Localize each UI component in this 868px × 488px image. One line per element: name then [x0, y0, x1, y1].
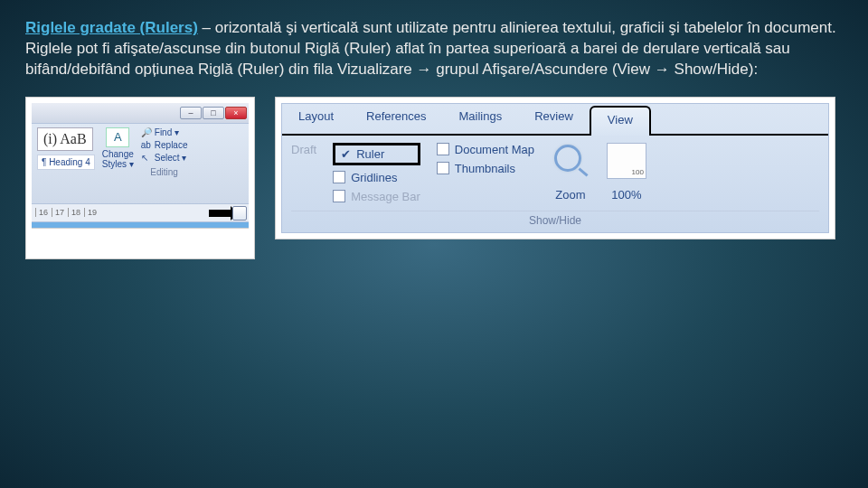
change-styles-button[interactable]: A Change Styles ▾ [102, 127, 134, 169]
document-area [32, 228, 249, 253]
hundred-percent-button[interactable]: 100 100% [607, 143, 646, 202]
select-button[interactable]: ↖Select ▾ [141, 153, 188, 164]
find-button[interactable]: 🔎Find ▾ [141, 127, 188, 138]
hundred-label: 100% [607, 188, 646, 202]
window-minimize-button[interactable]: – [180, 107, 202, 119]
thumbnails-label: Thumbnails [455, 162, 515, 175]
ribbon-tabs: Layout References Mailings Review View [282, 104, 828, 136]
documentmap-checkbox[interactable] [437, 143, 449, 155]
messagebar-checkbox [333, 190, 345, 202]
ribbon-strip: (i) AaB ¶ Heading 4 A Change Styles ▾ 🔎F… [32, 123, 249, 204]
ruler-tick: 18 [68, 208, 80, 217]
page-100-icon: 100 [607, 143, 646, 179]
thumbnails-checkbox-row[interactable]: Thumbnails [437, 162, 534, 175]
tab-mailings[interactable]: Mailings [443, 104, 519, 134]
messagebar-label: Message Bar [351, 190, 420, 203]
figures-row: – □ × (i) AaB ¶ Heading 4 A Change Style… [25, 97, 843, 259]
tab-references[interactable]: References [350, 104, 442, 134]
lead-term: Riglele gradate (Rulers) [25, 19, 198, 36]
window-close-button[interactable]: × [225, 107, 247, 119]
window-maximize-button[interactable]: □ [203, 107, 224, 119]
style-preview[interactable]: (i) AaB [37, 127, 93, 151]
tab-view[interactable]: View [590, 106, 651, 136]
thumbnails-checkbox[interactable] [437, 162, 449, 174]
annotation-arrow [209, 210, 231, 217]
replace-button[interactable]: abReplace [141, 140, 188, 151]
window-titlebar: – □ × [32, 103, 249, 123]
description-paragraph: Riglele gradate (Rulers) – orizontală şi… [25, 18, 843, 80]
messagebar-checkbox-row: Message Bar [333, 190, 420, 203]
binoculars-icon: 🔎 [141, 127, 152, 138]
ruler-tick: 17 [52, 208, 64, 217]
editing-group-label: Editing [141, 167, 188, 177]
style-heading4[interactable]: ¶ Heading 4 [37, 155, 95, 170]
ruler-tick: 19 [84, 208, 97, 217]
zoom-button[interactable]: Zoom [551, 143, 590, 202]
magnifier-icon [551, 143, 590, 179]
change-styles-icon: A [106, 127, 129, 147]
gridlines-checkbox[interactable] [333, 171, 345, 183]
figure-view-ribbon: Layout References Mailings Review View D… [275, 97, 835, 239]
tab-review[interactable]: Review [518, 104, 590, 134]
cursor-icon: ↖ [141, 153, 152, 164]
draft-view-button[interactable]: Draft [291, 143, 316, 156]
ruler-checkbox[interactable]: ✔ [341, 147, 351, 161]
documentmap-label: Document Map [455, 143, 534, 156]
ruler-tick: 16 [35, 208, 48, 217]
editing-group: 🔎Find ▾ abReplace ↖Select ▾ Editing [141, 127, 188, 177]
figure-editing-ruler: – □ × (i) AaB ¶ Heading 4 A Change Style… [25, 97, 255, 259]
ruler-checkbox-highlight: ✔ Ruler [333, 143, 420, 165]
ruler-toggle-button[interactable] [232, 206, 247, 221]
tab-layout[interactable]: Layout [282, 104, 350, 134]
gridlines-label: Gridlines [351, 171, 397, 184]
ruler-checkbox-label: Ruler [356, 147, 384, 161]
show-hide-group-label: Show/Hide [291, 211, 819, 227]
zoom-label: Zoom [551, 188, 590, 202]
gridlines-checkbox-row[interactable]: Gridlines [333, 171, 420, 184]
horizontal-ruler: 16 17 18 19 [32, 204, 249, 222]
documentmap-checkbox-row[interactable]: Document Map [437, 143, 534, 156]
replace-icon: ab [141, 140, 152, 151]
